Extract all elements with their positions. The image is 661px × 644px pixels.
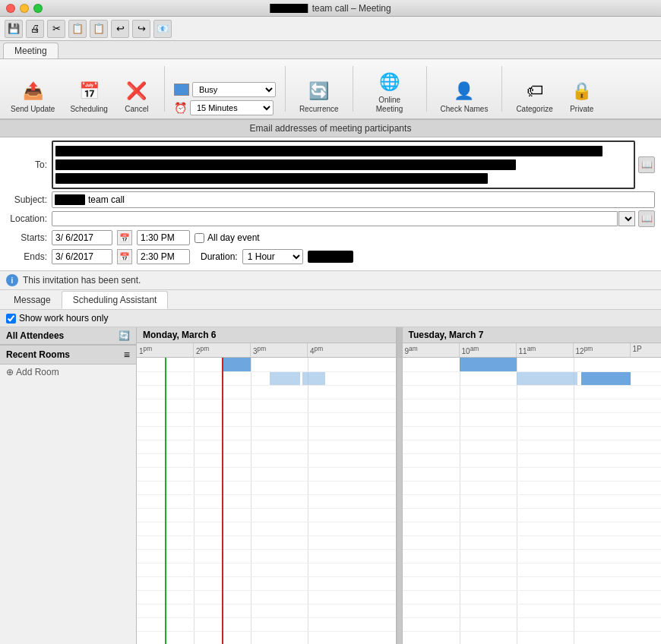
- location-book-icon[interactable]: 📖: [638, 210, 655, 227]
- to-field[interactable]: [52, 140, 635, 189]
- tue-h-line-4: [403, 412, 662, 413]
- close-button[interactable]: [6, 4, 15, 13]
- h-line-3: [137, 399, 396, 399]
- tuesday-column: [403, 358, 662, 644]
- h-line-19: [137, 617, 396, 618]
- tue-h-line-11: [403, 508, 662, 509]
- categorize-button[interactable]: 🏷 Categorize: [511, 76, 557, 115]
- subject-redacted: [55, 194, 85, 205]
- work-hours-check: Show work hours only: [6, 313, 108, 324]
- h-line-10: [137, 494, 396, 495]
- duration-select[interactable]: 1 Hour 0 minutes 30 minutes 1.5 Hours 2 …: [242, 249, 303, 264]
- tue-h-line-5: [403, 426, 662, 427]
- send-update-button[interactable]: 📤 Send Update: [6, 76, 59, 115]
- tue-h-line-7: [403, 453, 662, 454]
- h-line-1: [137, 371, 396, 372]
- scheduling-label: Scheduling: [70, 105, 107, 114]
- to-redacted-3: [55, 173, 488, 184]
- ribbon-separator-1: [164, 66, 165, 112]
- time-10am: 10am: [460, 343, 517, 357]
- all-day-checkbox[interactable]: [195, 233, 204, 243]
- location-dropdown[interactable]: [618, 211, 635, 226]
- day-divider: [397, 327, 403, 343]
- categorize-icon: 🏷: [521, 77, 549, 105]
- day-headers-row: Monday, March 6 Tuesday, March 7: [137, 327, 661, 343]
- tue-grid-line-1: [460, 358, 460, 644]
- toolbar-icon-5[interactable]: 📋: [90, 20, 108, 38]
- h-line-15: [137, 563, 396, 564]
- private-button[interactable]: 🔒 Private: [564, 76, 600, 115]
- work-hours-checkbox[interactable]: [6, 314, 16, 324]
- toolbar-icon-8[interactable]: 📧: [153, 20, 172, 38]
- ribbon-separator-4: [426, 66, 427, 112]
- toolbar-icon-1[interactable]: 💾: [5, 20, 23, 38]
- reminder-select[interactable]: 15 Minutes None 5 minutes 30 minutes 1 h…: [190, 100, 274, 115]
- tue-h-line-20: [403, 631, 662, 632]
- green-line: [165, 358, 166, 644]
- tue-h-line-8: [403, 467, 662, 468]
- start-date-input[interactable]: [52, 230, 112, 245]
- h-line-20: [137, 631, 396, 632]
- online-meeting-button[interactable]: 🌐 Online Meeting: [362, 67, 417, 115]
- end-row-redacted: [308, 251, 353, 263]
- start-time-input[interactable]: [137, 230, 190, 245]
- cancel-label: Cancel: [125, 105, 148, 114]
- check-names-label: Check Names: [441, 105, 489, 114]
- info-icon: i: [6, 274, 18, 286]
- meeting-tab[interactable]: Meeting: [3, 43, 59, 58]
- location-input[interactable]: [52, 211, 618, 226]
- tue-h-line-15: [403, 563, 662, 564]
- h-line-18: [137, 604, 396, 605]
- refresh-icon[interactable]: 🔄: [119, 330, 130, 341]
- scheduling-button[interactable]: 📅 Scheduling: [65, 76, 112, 115]
- categorize-label: Categorize: [516, 105, 552, 114]
- toolbar-icon-7[interactable]: ↪: [132, 20, 150, 38]
- to-book-icon[interactable]: 📖: [638, 156, 655, 173]
- traffic-lights[interactable]: [6, 4, 43, 13]
- all-attendees-header: All Attendees 🔄: [0, 327, 136, 345]
- subject-field[interactable]: team call: [52, 191, 655, 208]
- tue-h-line-19: [403, 617, 662, 618]
- h-line-7: [137, 453, 396, 454]
- toolbar-icon-2[interactable]: 🖨: [26, 20, 44, 38]
- maximize-button[interactable]: [33, 4, 43, 13]
- end-date-input[interactable]: [52, 249, 112, 264]
- h-line-5: [137, 426, 396, 427]
- check-names-button[interactable]: 👤 Check Names: [436, 76, 493, 115]
- tue-h-line-13: [403, 535, 662, 536]
- duration-label: Duration:: [201, 251, 238, 262]
- h-line-16: [137, 576, 396, 577]
- time-2pm: 2pm: [194, 343, 251, 357]
- busy-row: Busy Free Tentative Out of Office Workin…: [174, 82, 276, 97]
- tue-h-line-14: [403, 549, 662, 550]
- send-update-icon: 📤: [19, 77, 46, 105]
- toolbar-icon-6[interactable]: ↩: [111, 20, 129, 38]
- window-title: team call – Meeting: [270, 3, 391, 14]
- grid-line-2: [251, 358, 251, 644]
- location-label: Location:: [6, 213, 52, 224]
- online-meeting-label: Online Meeting: [367, 96, 413, 114]
- end-date-calendar-icon[interactable]: 📅: [117, 249, 132, 264]
- cancel-button[interactable]: ❌ Cancel: [119, 76, 155, 115]
- scheduling-icon: 📅: [75, 77, 103, 105]
- end-time-input[interactable]: [137, 249, 190, 264]
- tue-h-line-2: [403, 385, 662, 386]
- start-date-calendar-icon[interactable]: 📅: [117, 230, 132, 245]
- add-room-button[interactable]: ⊕ Add Room: [0, 365, 136, 380]
- scheduling-area: Show work hours only All Attendees 🔄 Rec…: [0, 310, 661, 644]
- tab-message[interactable]: Message: [3, 292, 62, 308]
- ends-date-row: 📅 Duration: 1 Hour 0 minutes 30 minutes …: [52, 249, 353, 264]
- toolbar-icon-3[interactable]: ✂: [47, 20, 65, 38]
- busy-select[interactable]: Busy Free Tentative Out of Office Workin…: [192, 82, 276, 97]
- busy-block-mon-3: [302, 371, 325, 385]
- tab-scheduling-assistant[interactable]: Scheduling Assistant: [62, 291, 169, 309]
- starts-row: Starts: 📅 All day event: [6, 229, 655, 246]
- rooms-menu-icon[interactable]: ≡: [124, 349, 130, 361]
- tab-bar: Meeting: [0, 41, 661, 59]
- h-line-12: [137, 522, 396, 522]
- scheduling-options-bar: Show work hours only: [0, 310, 661, 327]
- starts-label: Starts:: [6, 232, 52, 243]
- minimize-button[interactable]: [20, 4, 29, 13]
- recurrence-button[interactable]: 🔄 Recurrence: [295, 76, 343, 115]
- toolbar-icon-4[interactable]: 📋: [68, 20, 87, 38]
